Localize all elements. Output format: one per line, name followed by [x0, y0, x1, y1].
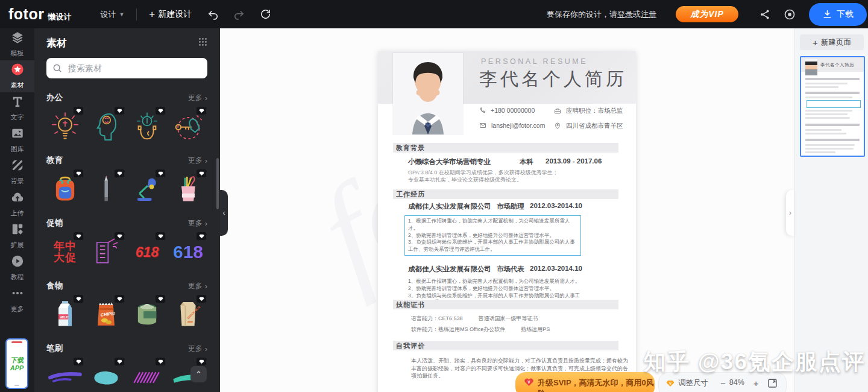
rail-item-素材[interactable]: 素材	[0, 60, 34, 92]
skill-item: 熟练运用PS	[521, 326, 550, 332]
redo-icon[interactable]	[233, 8, 245, 21]
contact-email[interactable]: lansheji@fotor.com	[479, 122, 545, 129]
selected-text-box[interactable]: 1、根据工作招聘重心，协助完善人才配置机制，为公司输送发展所需人才。2、协助完善…	[404, 215, 581, 256]
job-title: 成都佳人实业发展有限公司市场助理2012.03-2014.10	[408, 202, 589, 211]
rail-item-更多[interactable]: 更多	[0, 284, 34, 316]
thumb-bar	[805, 92, 860, 94]
rail-item-扩展[interactable]: 扩展	[0, 220, 34, 252]
brush-purple-sticker[interactable]	[46, 358, 84, 392]
new-page-button[interactable]: + 新建页面	[800, 34, 864, 50]
design-menu[interactable]: 设计 ▼	[100, 9, 124, 20]
pages-panel: + 新建页面 李代名个人简历	[794, 28, 868, 392]
upload-cloud-icon	[11, 191, 24, 206]
undo-icon[interactable]	[207, 8, 219, 21]
thumb-bar	[805, 96, 852, 98]
upgrade-svip-banner[interactable]: V 升级SVIP，高清无水印，商用0风险	[515, 372, 655, 392]
skill-row[interactable]: 软件能力：熟练运用MS Office办公软件熟练运用PS	[411, 326, 565, 334]
zoom-level[interactable]: 84%	[729, 378, 750, 387]
skill-row[interactable]: 语言能力：CET6 538普通话国家一级甲等证书	[411, 315, 565, 323]
zoom-out-button[interactable]: −	[717, 378, 729, 388]
resume-title[interactable]: 李代名个人简历	[479, 67, 627, 92]
svg-text:MILK: MILK	[60, 315, 69, 319]
zoom-in-button[interactable]: +	[750, 378, 763, 388]
zoom-toolbar: V 调整尺寸 − 84% +	[658, 372, 787, 392]
pages-collapse-handle[interactable]: ›	[786, 190, 794, 236]
top-bar: fotor 懒设计 设计 ▼ + 新建设计 要保存你的设计，请登录	[0, 0, 868, 28]
profile-photo[interactable]	[393, 53, 463, 134]
section-heading-work[interactable]: 工作经历	[393, 189, 618, 199]
chips-bag-sticker[interactable]: CHIPS!	[87, 295, 125, 335]
svg-text:V: V	[527, 380, 530, 384]
fit-screen-icon[interactable]	[767, 378, 778, 388]
pencil-sticker[interactable]	[87, 169, 125, 209]
vip-diamond-icon	[197, 232, 206, 240]
resize-button[interactable]: V 调整尺寸	[666, 378, 708, 388]
more-link[interactable]: 更多›	[188, 156, 207, 166]
grid-view-icon[interactable]	[198, 37, 207, 49]
milk-carton-sticker[interactable]: MILK	[46, 295, 84, 335]
section-办公: 办公更多›	[46, 93, 207, 147]
collapse-up-button[interactable]: ⌃	[190, 366, 207, 382]
section-heading-skills[interactable]: 技能证书	[393, 300, 618, 309]
food-can-sticker[interactable]	[128, 295, 166, 335]
more-link[interactable]: 更多›	[188, 344, 207, 354]
share-icon[interactable]	[759, 8, 771, 21]
section-heading-education[interactable]: 教育背景	[393, 143, 618, 153]
rail-item-label: 模板	[11, 49, 24, 58]
key-hand-sticker[interactable]	[169, 107, 207, 147]
resume-header-label[interactable]: PERSONAL RESUME	[481, 57, 588, 66]
preview-eye-icon[interactable]	[784, 8, 796, 21]
job-entry[interactable]: 成都佳人实业发展有限公司市场助理2012.03-2014.101、根据工作招聘重…	[408, 202, 589, 256]
brush-hatch-sticker[interactable]	[128, 358, 166, 392]
resume-page[interactable]: PERSONAL RESUME 李代名个人简历 +180 00000000 应聘…	[378, 51, 636, 392]
assets-panel: 素材 办公更多›教育更多›促销更多›年中大促618618食物更多›MILKCHI…	[34, 28, 220, 392]
more-link[interactable]: 更多›	[188, 93, 207, 103]
register-link[interactable]: 注册	[641, 10, 656, 19]
rail-item-背景[interactable]: 背景	[0, 156, 34, 188]
new-design-button[interactable]: + 新建设计	[149, 8, 192, 21]
login-link[interactable]: 登录	[617, 10, 633, 19]
contact-location[interactable]: 四川省成都市青羊区	[554, 122, 623, 130]
contact-position[interactable]: 应聘职位：市场总监	[554, 107, 623, 115]
promo-618-red-sticker[interactable]: 618	[128, 232, 166, 272]
star-circle-icon	[11, 63, 24, 78]
section-促销: 促销更多›年中大促618618	[46, 218, 207, 272]
section-heading-evaluation[interactable]: 自我评价	[393, 341, 618, 350]
download-app-badge[interactable]: 下载 APP	[5, 338, 28, 389]
refresh-icon[interactable]	[259, 8, 271, 21]
left-rail: 模板素材文字图库背景上传扩展教程更多 下载 APP	[0, 28, 34, 392]
rail-item-模板[interactable]: 模板	[0, 28, 34, 60]
download-button[interactable]: 下载	[809, 3, 867, 26]
sticker-text: 618	[136, 244, 159, 261]
promo-618-blue-sticker[interactable]: 618	[169, 232, 207, 272]
brush-blob-sticker[interactable]	[87, 358, 125, 392]
rail-item-上传[interactable]: 上传	[0, 188, 34, 220]
rail-item-图库[interactable]: 图库	[0, 124, 34, 156]
snack-bag-sticker[interactable]: SNACK BOX	[169, 295, 207, 335]
education-school[interactable]: 小懒综合大学	[408, 157, 450, 166]
panel-collapse-handle[interactable]: ‹	[220, 190, 228, 236]
backpack-sticker[interactable]	[46, 169, 84, 209]
rail-item-文字[interactable]: 文字	[0, 92, 34, 124]
more-link[interactable]: 更多›	[188, 218, 207, 229]
midyear-sale-sticker[interactable]: 年中大促	[46, 232, 84, 272]
idea-bulb-sticker[interactable]	[46, 107, 84, 147]
search-input[interactable]	[67, 63, 201, 74]
page-thumbnail[interactable]: 李代名个人简历	[800, 56, 865, 157]
more-link[interactable]: 更多›	[188, 281, 207, 291]
fotor-logo[interactable]: fotor 懒设计	[8, 5, 71, 23]
job-bullet-line: 2、协助完善培训管理体系，更好地提升公司整体运营管理水平。	[408, 232, 577, 239]
rail-item-教程[interactable]: 教程	[0, 252, 34, 284]
skill-item: CET6 538	[438, 315, 463, 321]
become-vip-button[interactable]: 成为VIP	[676, 6, 738, 22]
bulb-head-sticker[interactable]	[128, 107, 166, 147]
pen-cup-sticker[interactable]	[169, 169, 207, 209]
neon-sign-sticker[interactable]	[87, 232, 125, 272]
play-circle-icon	[11, 254, 24, 270]
desk-lamp-sticker[interactable]	[128, 169, 166, 209]
search-box[interactable]	[46, 58, 207, 78]
thinking-head-sticker[interactable]	[87, 107, 125, 147]
panel-scrollbar[interactable]	[216, 158, 219, 209]
contact-phone[interactable]: +180 00000000	[479, 107, 535, 114]
canvas[interactable]: fotor PERSONAL RESUME 李代名个人简历 +180 00000…	[220, 28, 794, 392]
